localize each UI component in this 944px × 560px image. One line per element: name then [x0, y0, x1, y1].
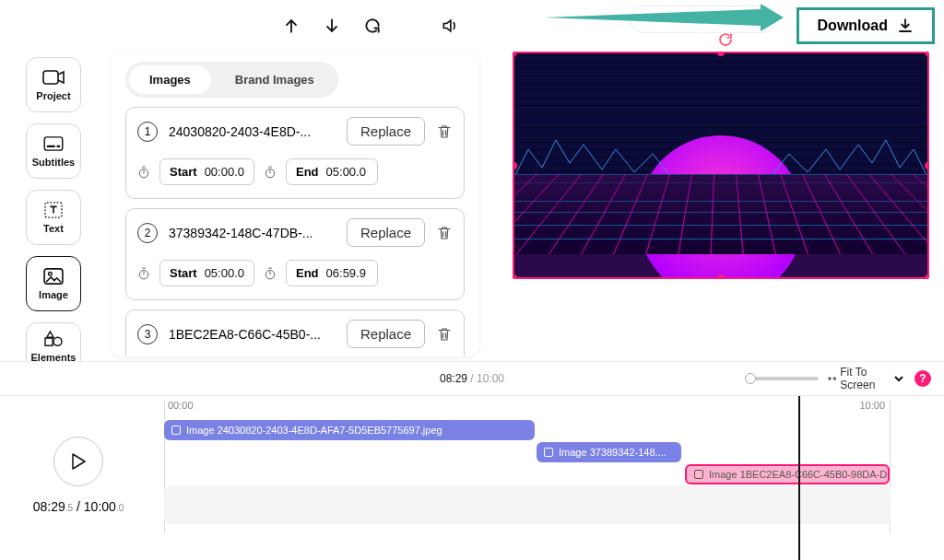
resize-handle[interactable]	[925, 274, 929, 279]
end-value: 05:00.0	[326, 165, 366, 179]
annotation-arrow	[544, 4, 784, 31]
pb-current: 08:29	[33, 499, 65, 514]
end-time-input[interactable]: End05:00.0	[286, 158, 378, 185]
play-button[interactable]	[53, 437, 103, 486]
panel-tabs: Images Brand Images	[125, 62, 338, 98]
timeline-clip[interactable]: Image 24030820-2403-4E8D-AFA7-5D5EB57756…	[164, 420, 535, 440]
start-value: 05:00.0	[205, 266, 244, 280]
timeline-clip-selected[interactable]: Image 1BEC2EA8-C66C-45B0-98DA-D...	[685, 464, 890, 484]
end-time-input[interactable]: End06:59.9	[286, 260, 378, 286]
preview-image	[514, 53, 927, 277]
replace-button[interactable]: Replace	[347, 218, 425, 247]
svg-rect-17	[545, 449, 553, 457]
rail-label: Image	[39, 289, 68, 300]
rail-label: Project	[36, 90, 70, 101]
rail-item-text[interactable]: Text	[26, 190, 81, 245]
pb-total: 10:00	[84, 499, 116, 514]
image-icon	[42, 267, 65, 286]
stopwatch-icon	[264, 166, 277, 179]
svg-point-9	[53, 337, 62, 345]
resize-handle[interactable]	[513, 162, 517, 169]
card-index: 2	[137, 223, 158, 243]
resize-handle[interactable]	[925, 162, 929, 169]
total-time: 10:00	[477, 372, 504, 385]
clip-label: Image 37389342-148....	[559, 447, 667, 458]
rail-item-subtitles[interactable]: Subtitles	[26, 123, 81, 179]
svg-rect-8	[45, 338, 53, 345]
tab-brand-images[interactable]: Brand Images	[215, 65, 335, 94]
text-icon	[42, 201, 65, 219]
volume-icon[interactable]	[439, 15, 461, 37]
preview-canvas[interactable]	[513, 52, 929, 279]
timeline-empty-track[interactable]	[164, 485, 891, 524]
image-card: 1 24030820-2403-4E8D-... Replace Start00…	[125, 107, 465, 199]
card-filename: 24030820-2403-4E8D-...	[169, 124, 336, 139]
zoom-slider-knob[interactable]	[745, 373, 756, 384]
start-label: Start	[170, 165, 197, 179]
delete-icon[interactable]	[436, 225, 453, 241]
timeline[interactable]: 00:00 10:00 Image 24030820-2403-4E8D-AFA…	[164, 396, 909, 534]
start-label: Start	[170, 266, 197, 280]
card-index: 3	[137, 324, 158, 344]
svg-point-7	[49, 273, 53, 276]
shapes-icon	[42, 330, 65, 348]
rail-item-image[interactable]: Image	[26, 256, 81, 311]
redo-icon[interactable]	[717, 31, 734, 48]
start-value: 00:00.0	[205, 165, 244, 179]
image-panel: Images Brand Images 1 24030820-2403-4E8D…	[111, 51, 479, 356]
svg-rect-2	[44, 137, 63, 150]
time-readout: 08:29 / 10:00	[440, 372, 504, 385]
svg-rect-16	[172, 426, 181, 435]
tab-images[interactable]: Images	[129, 65, 211, 94]
play-icon	[71, 453, 86, 470]
move-down-icon[interactable]	[321, 15, 343, 37]
download-button[interactable]: Download	[796, 7, 935, 44]
stopwatch-icon	[137, 166, 150, 179]
replace-button[interactable]: Replace	[347, 117, 425, 146]
help-button[interactable]: ?	[914, 370, 931, 387]
chevron-down-icon[interactable]	[892, 372, 905, 385]
card-filename: 1BEC2EA8-C66C-45B0-...	[169, 327, 336, 342]
start-time-input[interactable]: Start00:00.0	[159, 158, 254, 185]
timeline-header: 08:29 / 10:00 Fit To Screen ?	[0, 361, 944, 396]
stopwatch-icon	[137, 267, 150, 280]
svg-rect-18	[695, 471, 703, 479]
end-label: End	[296, 266, 319, 280]
camera-icon	[42, 68, 65, 87]
rail-label: Text	[43, 223, 64, 234]
image-icon	[544, 448, 553, 457]
resize-handle[interactable]	[513, 274, 517, 279]
zoom-slider[interactable]	[745, 377, 819, 380]
image-icon	[171, 426, 181, 435]
move-up-icon[interactable]	[280, 15, 302, 37]
replace-button[interactable]: Replace	[347, 320, 425, 348]
timeline-tick-end: 10:00	[859, 400, 885, 411]
card-index: 1	[137, 122, 158, 142]
timeline-tick-start: 00:00	[168, 400, 194, 411]
playback-time: 08:29.5 / 10:00.0	[33, 499, 124, 514]
left-rail: Project Subtitles Text Image Elements	[26, 57, 83, 370]
top-toolbar: Download	[796, 7, 935, 44]
resize-handle[interactable]	[717, 274, 725, 279]
rail-label: Subtitles	[32, 157, 75, 168]
image-card: 3 1BEC2EA8-C66C-45B0-... Replace Start06…	[125, 309, 465, 356]
svg-rect-3	[47, 146, 55, 147]
undo-icon[interactable]	[361, 15, 384, 37]
delete-icon[interactable]	[436, 123, 453, 140]
timeline-clip[interactable]: Image 37389342-148....	[537, 442, 681, 462]
rail-item-project[interactable]: Project	[26, 57, 81, 112]
stopwatch-icon	[264, 267, 277, 280]
fit-to-screen-button[interactable]: Fit To Screen	[828, 366, 883, 392]
end-label: End	[296, 165, 319, 179]
download-label: Download	[818, 18, 888, 34]
svg-rect-1	[43, 71, 58, 84]
clip-label: Image 24030820-2403-4E8D-AFA7-5D5EB57756…	[186, 425, 442, 436]
image-card: 2 37389342-148C-47DB-... Replace Start05…	[125, 208, 465, 300]
subtitles-icon	[42, 134, 65, 153]
image-icon	[694, 470, 703, 479]
fit-icon	[828, 373, 836, 384]
resize-handle[interactable]	[925, 52, 929, 56]
delete-icon[interactable]	[436, 326, 453, 343]
start-time-input[interactable]: Start05:00.0	[159, 260, 254, 286]
playhead[interactable]	[798, 396, 800, 560]
